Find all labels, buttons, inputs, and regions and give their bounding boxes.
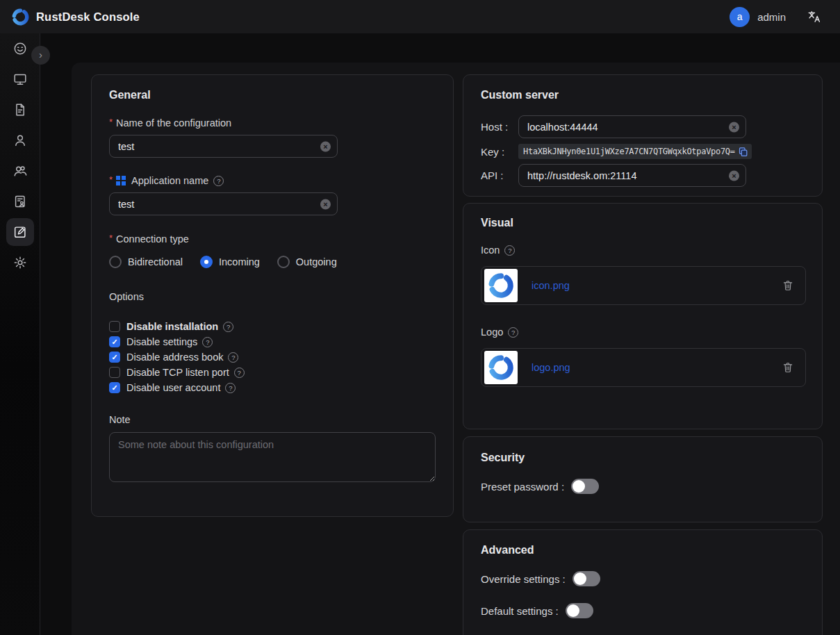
toggle-knob: [573, 480, 585, 493]
checkbox-checked[interactable]: [109, 382, 120, 393]
sidebar-item-custom-client[interactable]: [0, 217, 40, 247]
logo-upload-row: logo.png: [481, 348, 806, 387]
key-value: HtaXBkJNHyn0e1U1jWXze7A7CN7QTGWqxkOtpaVp…: [523, 147, 735, 156]
icon-upload-row: icon.png: [481, 266, 806, 305]
note-textarea[interactable]: [109, 432, 436, 482]
toggle-knob: [567, 604, 579, 617]
smiley-icon: [6, 35, 34, 63]
config-name-input-wrap: ×: [109, 135, 338, 158]
checkbox-checked[interactable]: [109, 336, 120, 347]
security-card: Security Preset password :: [463, 436, 823, 522]
option-disable-tcp-listen-port[interactable]: Disable TCP listen port ?: [109, 365, 436, 380]
option-disable-settings[interactable]: Disable settings ?: [109, 334, 436, 349]
custom-server-card: Custom server Host : × Key : HtaXBkJNHyn…: [463, 74, 823, 197]
help-icon[interactable]: ?: [508, 327, 518, 338]
required-marker: *: [109, 117, 113, 127]
sidebar-item-sessions[interactable]: [0, 94, 40, 125]
topbar: RustDesk Console a admin: [0, 0, 840, 33]
main-content: General * Name of the configuration × * …: [72, 63, 840, 635]
default-settings-row: Default settings :: [481, 603, 805, 618]
edit-icon: [6, 218, 34, 246]
trash-icon[interactable]: [782, 279, 794, 292]
help-icon[interactable]: ?: [504, 245, 515, 256]
copy-icon[interactable]: [738, 147, 748, 157]
preset-password-toggle[interactable]: [571, 479, 599, 494]
checkbox-unchecked[interactable]: [109, 367, 120, 378]
user-name[interactable]: admin: [757, 11, 786, 23]
sidebar-item-settings[interactable]: [0, 247, 40, 278]
key-value-chip[interactable]: HtaXBkJNHyn0e1U1jWXze7A7CN7QTGWqxkOtpaVp…: [518, 144, 752, 159]
radio-outgoing[interactable]: Outgoing: [277, 256, 337, 268]
api-row: API : ×: [481, 164, 805, 187]
sidebar-item-audit[interactable]: [0, 186, 40, 217]
help-icon[interactable]: ?: [223, 322, 233, 332]
config-name-input[interactable]: [109, 135, 338, 158]
visual-card: Visual Icon ? icon.png: [463, 203, 823, 429]
logo-thumbnail: [484, 351, 518, 384]
app-name-label: * Application name ?: [109, 175, 436, 186]
config-name-label: * Name of the configuration: [109, 117, 436, 129]
radio-circle: [277, 256, 290, 268]
host-input-wrap: ×: [518, 115, 746, 138]
sidebar-item-groups[interactable]: [0, 156, 40, 186]
document-icon: [6, 96, 34, 124]
logo-label: Logo ?: [481, 327, 805, 338]
host-row: Host : ×: [481, 115, 805, 138]
radio-incoming[interactable]: Incoming: [200, 256, 260, 268]
app-title: RustDesk Console: [36, 10, 140, 24]
host-label: Host :: [481, 121, 518, 133]
api-label: API :: [481, 170, 518, 181]
api-input[interactable]: [518, 164, 746, 187]
help-icon[interactable]: ?: [213, 176, 224, 186]
monitor-icon: [6, 65, 34, 93]
connection-type-radios: Bidirectional Incoming Outgoing: [109, 256, 436, 268]
sidebar-nav: [0, 33, 40, 635]
required-marker: *: [109, 174, 113, 185]
icon-filename-link[interactable]: icon.png: [532, 280, 570, 291]
trash-icon[interactable]: [782, 361, 794, 374]
clear-icon[interactable]: ×: [729, 170, 739, 181]
app-name-input[interactable]: [109, 192, 338, 215]
option-disable-installation[interactable]: Disable installation ?: [109, 319, 436, 334]
topbar-right: a admin: [730, 7, 830, 27]
host-input[interactable]: [518, 115, 746, 138]
clear-icon[interactable]: ×: [320, 199, 331, 209]
visual-title: Visual: [481, 217, 805, 229]
logo-filename-link[interactable]: logo.png: [532, 362, 570, 373]
preset-password-row: Preset password :: [481, 479, 805, 494]
user-icon: [6, 126, 34, 154]
checkbox-checked[interactable]: [109, 352, 120, 363]
override-settings-label: Override settings :: [481, 573, 566, 585]
help-icon[interactable]: ?: [225, 383, 236, 393]
help-icon[interactable]: ?: [202, 337, 213, 347]
override-settings-toggle[interactable]: [573, 571, 600, 586]
clear-icon[interactable]: ×: [729, 122, 739, 132]
general-card: General * Name of the configuration × * …: [91, 74, 454, 517]
rustdesk-logo-icon: [487, 272, 515, 299]
clear-icon[interactable]: ×: [320, 141, 331, 151]
api-input-wrap: ×: [518, 164, 746, 187]
preset-password-label: Preset password :: [481, 481, 564, 493]
rustdesk-logo-icon: [487, 354, 515, 381]
user-avatar[interactable]: a: [730, 7, 750, 27]
help-icon[interactable]: ?: [234, 368, 245, 378]
default-settings-label: Default settings :: [481, 605, 559, 617]
rustdesk-logo-icon: [11, 8, 30, 26]
rustdesk-console-app: RustDesk Console a admin: [0, 0, 840, 635]
checkbox-unchecked[interactable]: [109, 321, 120, 332]
sidebar-item-devices[interactable]: [0, 64, 40, 94]
sidebar-expand-button[interactable]: ›: [31, 46, 50, 65]
key-label: Key :: [481, 146, 518, 158]
help-icon[interactable]: ?: [228, 352, 238, 363]
radio-circle-selected: [200, 256, 213, 268]
default-settings-toggle[interactable]: [566, 603, 593, 618]
translate-icon[interactable]: [807, 9, 822, 24]
radio-bidirectional[interactable]: Bidirectional: [109, 256, 183, 268]
advanced-title: Advanced: [481, 544, 805, 556]
required-marker: *: [109, 233, 113, 243]
sidebar-item-users[interactable]: [0, 125, 40, 156]
toggle-knob: [574, 572, 586, 585]
option-disable-user-account[interactable]: Disable user account ?: [109, 380, 436, 395]
gear-icon: [6, 249, 34, 277]
option-disable-address-book[interactable]: Disable address book ?: [109, 349, 436, 365]
